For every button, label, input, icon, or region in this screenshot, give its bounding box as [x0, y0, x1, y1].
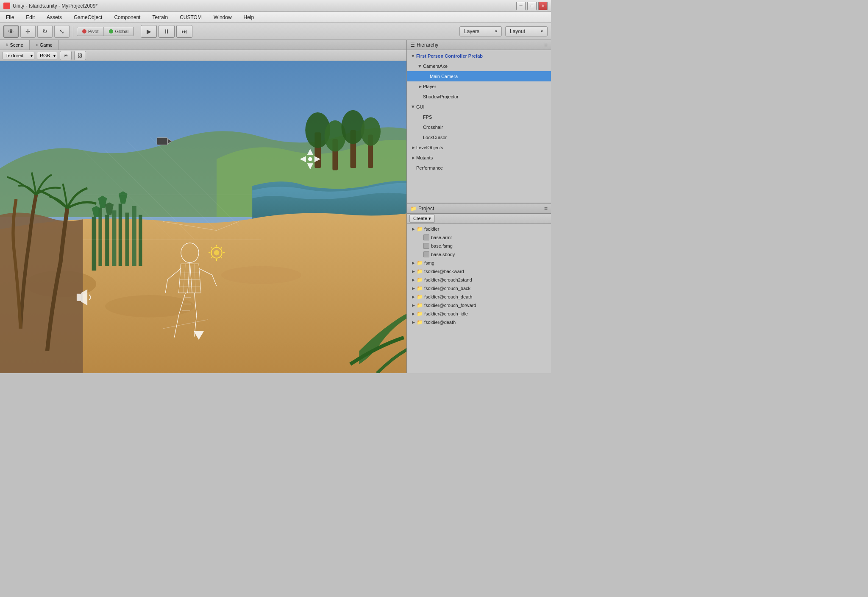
hier-label-cameraaxe: CameraAxe [423, 64, 448, 69]
step-button[interactable]: ⏭ [176, 25, 192, 38]
color-mode-select[interactable]: RGB [37, 52, 57, 59]
hier-item-levelobjects[interactable]: ▶LevelObjects [407, 142, 551, 153]
pivot-dot [82, 29, 86, 33]
layout-dropdown[interactable]: Layout ▾ [505, 26, 548, 36]
project-folder-icon: 📁 [410, 206, 417, 212]
pause-button[interactable]: ⏸ [159, 25, 175, 38]
proj-arrow-fsoldier-crouch-death[interactable]: ▶ [410, 295, 416, 299]
window-title: Unity - Islands.unity - MyProject2009* [13, 3, 97, 9]
menu-item-window[interactable]: Window [211, 14, 234, 21]
play-button[interactable]: ▶ [141, 25, 157, 38]
game-tab-label: Game [40, 42, 53, 47]
hier-item-performance[interactable]: Performance [407, 163, 551, 173]
proj-arrow-fsoldier-crouch-idle[interactable]: ▶ [410, 312, 416, 316]
menu-item-terrain[interactable]: Terrain [150, 14, 170, 21]
svg-point-6 [341, 110, 364, 144]
hier-arrow-fps[interactable] [417, 114, 423, 120]
proj-item-fsoldier-death[interactable]: ▶📁fsoldier@death [407, 318, 551, 326]
proj-item-base-sbody[interactable]: base.sbody [407, 250, 551, 259]
hier-label-mutants: Mutants [416, 155, 433, 160]
toolbar: 👁 ✛ ↻ ⤡ Pivot Global ▶ ⏸ ⏭ Layers ▾ Layo… [0, 23, 551, 40]
hier-arrow-performance[interactable] [410, 165, 416, 171]
proj-arrow-fsoldier-crouch2stand[interactable]: ▶ [410, 278, 416, 282]
hier-arrow-mutants[interactable]: ▶ [410, 155, 416, 161]
layers-dropdown[interactable]: Layers ▾ [459, 26, 502, 36]
hier-item-gui[interactable]: ▶GUI [407, 102, 551, 112]
global-button[interactable]: Global [104, 27, 134, 36]
hier-item-lockcursor[interactable]: LockCursor [407, 132, 551, 142]
hier-item-player[interactable]: ▶Player [407, 81, 551, 92]
menu-item-edit[interactable]: Edit [23, 14, 37, 21]
hier-arrow-crosshair[interactable] [417, 124, 423, 130]
proj-arrow-fsoldier-crouch-forward[interactable]: ▶ [410, 303, 416, 307]
hier-label-lockcursor: LockCursor [423, 135, 447, 140]
hier-arrow-cameraaxe[interactable]: ▶ [417, 63, 423, 69]
scene-panel: # Scene ● Game Textured Wireframe RGB ☀ [0, 40, 407, 373]
hier-arrow-gui[interactable]: ▶ [410, 104, 416, 110]
scale-tool-button[interactable]: ⤡ [54, 25, 70, 38]
proj-icon-fsoldier-crouch-forward: 📁 [416, 302, 423, 308]
svg-line-53 [211, 257, 212, 258]
hier-arrow-levelobjects[interactable]: ▶ [410, 145, 416, 151]
menu-item-custom[interactable]: CUSTOM [177, 14, 204, 21]
pivot-button[interactable]: Pivot [77, 27, 104, 36]
tab-scene[interactable]: # Scene [0, 40, 30, 50]
hierarchy-panel: ☰ Hierarchy ≡ ▶First Person Controller P… [407, 40, 551, 204]
hier-arrow-shadowprojector[interactable] [417, 94, 423, 100]
proj-item-fsoldier-crouch-death[interactable]: ▶📁fsoldier@crouch_death [407, 293, 551, 301]
proj-arrow-fsoldier-crouch-back[interactable]: ▶ [410, 286, 416, 290]
menu-item-assets[interactable]: Assets [44, 14, 64, 21]
svg-rect-12 [92, 217, 97, 271]
proj-icon-fsoldier-backward: 📁 [416, 268, 423, 274]
render-mode-select[interactable]: Textured Wireframe [3, 52, 34, 59]
proj-arrow-fsoldier-folder[interactable]: ▶ [410, 227, 416, 231]
project-menu-button[interactable]: ≡ [544, 205, 548, 212]
hierarchy-list[interactable]: ▶First Person Controller Prefab▶CameraAx… [407, 50, 551, 203]
pivot-global-group: Pivot Global [77, 27, 134, 36]
proj-arrow-fsmg[interactable]: ▶ [410, 261, 416, 265]
proj-item-base-fsmg[interactable]: base.fsmg [407, 242, 551, 250]
menu-item-file[interactable]: File [3, 14, 17, 21]
hier-arrow-player[interactable]: ▶ [417, 84, 423, 89]
proj-item-fsoldier-backward[interactable]: ▶📁fsoldier@backward [407, 267, 551, 276]
game-tab-icon: ● [36, 42, 38, 47]
hierarchy-menu-button[interactable]: ≡ [544, 42, 548, 48]
maximize-button[interactable]: □ [527, 2, 537, 10]
move-tool-button[interactable]: ✛ [20, 25, 36, 38]
menu-item-component[interactable]: Component [111, 14, 143, 21]
hier-item-fpc[interactable]: ▶First Person Controller Prefab [407, 51, 551, 61]
svg-rect-13 [98, 208, 102, 266]
hier-arrow-fpc[interactable]: ▶ [410, 53, 416, 59]
proj-arrow-fsoldier-death[interactable]: ▶ [410, 320, 416, 324]
proj-item-fsoldier-crouch-back[interactable]: ▶📁fsoldier@crouch_back [407, 284, 551, 293]
title-text: Unity - Islands.unity - MyProject2009* [3, 3, 97, 9]
hier-item-crosshair[interactable]: Crosshair [407, 122, 551, 132]
hier-item-mutants[interactable]: ▶Mutants [407, 153, 551, 163]
proj-icon-fsoldier-crouch-death: 📁 [416, 294, 423, 300]
hier-item-shadowprojector[interactable]: ShadowProjector [407, 92, 551, 102]
svg-rect-18 [132, 206, 136, 266]
tab-game[interactable]: ● Game [30, 40, 59, 50]
proj-item-fsoldier-crouch-forward[interactable]: ▶📁fsoldier@crouch_forward [407, 301, 551, 310]
eye-tool-button[interactable]: 👁 [3, 25, 19, 38]
menu-item-gameobject[interactable]: GameObject [71, 14, 105, 21]
proj-item-fsoldier-crouch2stand[interactable]: ▶📁fsoldier@crouch2stand [407, 276, 551, 284]
proj-item-base-armr[interactable]: base.armr [407, 233, 551, 242]
proj-arrow-fsoldier-backward[interactable]: ▶ [410, 269, 416, 273]
minimize-button[interactable]: ─ [516, 2, 526, 10]
hier-item-maincamera[interactable]: Main Camera [407, 71, 551, 81]
proj-item-fsoldier-crouch-idle[interactable]: ▶📁fsoldier@crouch_idle [407, 310, 551, 318]
image-tool-button[interactable]: 🖼 [74, 51, 86, 60]
hier-arrow-lockcursor[interactable] [417, 134, 423, 140]
project-list[interactable]: ▶📁fsoldierbase.armrbase.fsmgbase.sbody▶📁… [407, 224, 551, 373]
rotate-tool-button[interactable]: ↻ [37, 25, 53, 38]
proj-item-fsoldier-folder[interactable]: ▶📁fsoldier [407, 225, 551, 233]
close-button[interactable]: ✕ [538, 2, 548, 10]
sun-tool-button[interactable]: ☀ [60, 51, 72, 60]
menu-item-help[interactable]: Help [241, 14, 257, 21]
proj-item-fsmg[interactable]: ▶📁fsmg [407, 259, 551, 267]
hier-arrow-maincamera[interactable] [424, 73, 430, 79]
hier-item-cameraaxe[interactable]: ▶CameraAxe [407, 61, 551, 71]
hier-item-fps[interactable]: FPS [407, 112, 551, 122]
create-button[interactable]: Create ▾ [409, 215, 435, 223]
